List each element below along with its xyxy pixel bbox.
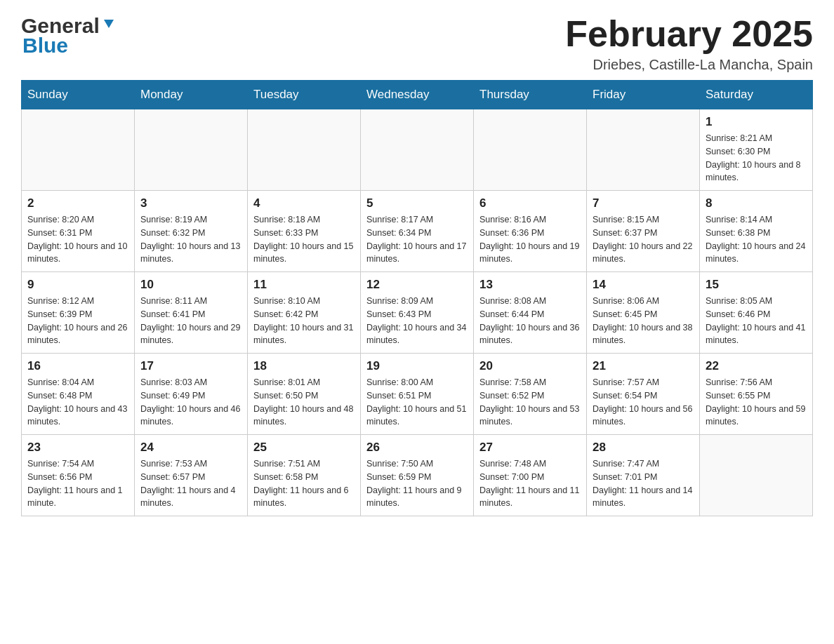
calendar-cell: 20Sunrise: 7:58 AM Sunset: 6:52 PM Dayli… (474, 354, 587, 435)
calendar-week-row: 16Sunrise: 8:04 AM Sunset: 6:48 PM Dayli… (22, 354, 813, 435)
day-number: 14 (593, 278, 694, 292)
day-info: Sunrise: 7:51 AM Sunset: 6:58 PM Dayligh… (253, 457, 355, 510)
calendar-cell: 25Sunrise: 7:51 AM Sunset: 6:58 PM Dayli… (248, 435, 361, 516)
day-number: 20 (479, 359, 581, 373)
day-number: 24 (140, 441, 241, 455)
day-info: Sunrise: 7:47 AM Sunset: 7:01 PM Dayligh… (593, 457, 694, 510)
day-number: 5 (366, 196, 468, 210)
day-number: 18 (253, 359, 355, 373)
calendar-cell: 10Sunrise: 8:11 AM Sunset: 6:41 PM Dayli… (135, 272, 248, 354)
day-info: Sunrise: 8:14 AM Sunset: 6:38 PM Dayligh… (706, 213, 807, 266)
calendar-cell: 9Sunrise: 8:12 AM Sunset: 6:39 PM Daylig… (22, 272, 135, 354)
calendar-cell: 12Sunrise: 8:09 AM Sunset: 6:43 PM Dayli… (361, 272, 474, 354)
day-info: Sunrise: 8:15 AM Sunset: 6:37 PM Dayligh… (593, 213, 694, 266)
calendar-cell (587, 109, 700, 191)
calendar-cell: 2Sunrise: 8:20 AM Sunset: 6:31 PM Daylig… (22, 191, 135, 272)
calendar-cell: 7Sunrise: 8:15 AM Sunset: 6:37 PM Daylig… (587, 191, 700, 272)
day-info: Sunrise: 8:05 AM Sunset: 6:46 PM Dayligh… (706, 295, 807, 347)
day-number: 25 (253, 441, 355, 455)
calendar-header-row: SundayMondayTuesdayWednesdayThursdayFrid… (22, 81, 813, 109)
day-info: Sunrise: 8:06 AM Sunset: 6:45 PM Dayligh… (593, 295, 694, 347)
day-number: 3 (140, 196, 241, 210)
weekday-header-friday: Friday (587, 81, 700, 109)
logo-arrow-icon (101, 17, 117, 32)
day-info: Sunrise: 8:08 AM Sunset: 6:44 PM Dayligh… (479, 295, 581, 347)
day-info: Sunrise: 8:03 AM Sunset: 6:49 PM Dayligh… (140, 376, 241, 429)
day-number: 7 (593, 196, 694, 210)
calendar-week-row: 2Sunrise: 8:20 AM Sunset: 6:31 PM Daylig… (22, 191, 813, 272)
day-number: 8 (706, 196, 807, 210)
calendar-cell: 13Sunrise: 8:08 AM Sunset: 6:44 PM Dayli… (474, 272, 587, 354)
day-number: 2 (27, 196, 128, 210)
day-info: Sunrise: 7:56 AM Sunset: 6:55 PM Dayligh… (706, 376, 807, 429)
day-number: 10 (140, 278, 241, 292)
calendar-cell: 19Sunrise: 8:00 AM Sunset: 6:51 PM Dayli… (361, 354, 474, 435)
day-number: 22 (706, 359, 807, 373)
calendar-cell: 22Sunrise: 7:56 AM Sunset: 6:55 PM Dayli… (700, 354, 813, 435)
calendar-cell: 6Sunrise: 8:16 AM Sunset: 6:36 PM Daylig… (474, 191, 587, 272)
day-number: 26 (366, 441, 468, 455)
day-info: Sunrise: 8:17 AM Sunset: 6:34 PM Dayligh… (366, 213, 468, 266)
weekday-header-wednesday: Wednesday (361, 81, 474, 109)
calendar-cell (135, 109, 248, 191)
day-info: Sunrise: 8:21 AM Sunset: 6:30 PM Dayligh… (706, 132, 807, 185)
day-info: Sunrise: 8:12 AM Sunset: 6:39 PM Dayligh… (27, 295, 128, 347)
calendar-cell: 8Sunrise: 8:14 AM Sunset: 6:38 PM Daylig… (700, 191, 813, 272)
page-header: General Blue February 2025 Driebes, Cast… (21, 14, 813, 73)
calendar-cell: 1Sunrise: 8:21 AM Sunset: 6:30 PM Daylig… (700, 109, 813, 191)
weekday-header-thursday: Thursday (474, 81, 587, 109)
weekday-header-tuesday: Tuesday (248, 81, 361, 109)
day-info: Sunrise: 8:16 AM Sunset: 6:36 PM Dayligh… (479, 213, 581, 266)
calendar-cell: 26Sunrise: 7:50 AM Sunset: 6:59 PM Dayli… (361, 435, 474, 516)
day-info: Sunrise: 7:58 AM Sunset: 6:52 PM Dayligh… (479, 376, 581, 429)
calendar-cell (22, 109, 135, 191)
calendar-cell: 5Sunrise: 8:17 AM Sunset: 6:34 PM Daylig… (361, 191, 474, 272)
day-number: 9 (27, 278, 128, 292)
day-info: Sunrise: 8:10 AM Sunset: 6:42 PM Dayligh… (253, 295, 355, 347)
svg-marker-0 (104, 20, 114, 28)
day-number: 12 (366, 278, 468, 292)
calendar-cell: 15Sunrise: 8:05 AM Sunset: 6:46 PM Dayli… (700, 272, 813, 354)
day-info: Sunrise: 8:00 AM Sunset: 6:51 PM Dayligh… (366, 376, 468, 429)
calendar-cell: 18Sunrise: 8:01 AM Sunset: 6:50 PM Dayli… (248, 354, 361, 435)
day-info: Sunrise: 8:19 AM Sunset: 6:32 PM Dayligh… (140, 213, 241, 266)
calendar-cell: 28Sunrise: 7:47 AM Sunset: 7:01 PM Dayli… (587, 435, 700, 516)
day-number: 28 (593, 441, 694, 455)
calendar-cell: 17Sunrise: 8:03 AM Sunset: 6:49 PM Dayli… (135, 354, 248, 435)
day-number: 17 (140, 359, 241, 373)
day-info: Sunrise: 7:53 AM Sunset: 6:57 PM Dayligh… (140, 457, 241, 510)
day-number: 4 (253, 196, 355, 210)
calendar-cell (361, 109, 474, 191)
day-info: Sunrise: 7:50 AM Sunset: 6:59 PM Dayligh… (366, 457, 468, 510)
day-info: Sunrise: 7:57 AM Sunset: 6:54 PM Dayligh… (593, 376, 694, 429)
day-info: Sunrise: 8:20 AM Sunset: 6:31 PM Dayligh… (27, 213, 128, 266)
day-info: Sunrise: 8:04 AM Sunset: 6:48 PM Dayligh… (27, 376, 128, 429)
month-title: February 2025 (565, 14, 813, 54)
location-text: Driebes, Castille-La Mancha, Spain (565, 57, 813, 73)
calendar-cell: 14Sunrise: 8:06 AM Sunset: 6:45 PM Dayli… (587, 272, 700, 354)
title-section: February 2025 Driebes, Castille-La Manch… (565, 14, 813, 73)
day-info: Sunrise: 8:01 AM Sunset: 6:50 PM Dayligh… (253, 376, 355, 429)
calendar-cell: 21Sunrise: 7:57 AM Sunset: 6:54 PM Dayli… (587, 354, 700, 435)
day-number: 19 (366, 359, 468, 373)
day-number: 16 (27, 359, 128, 373)
calendar-table: SundayMondayTuesdayWednesdayThursdayFrid… (21, 80, 813, 516)
day-number: 23 (27, 441, 128, 455)
day-info: Sunrise: 8:09 AM Sunset: 6:43 PM Dayligh… (366, 295, 468, 347)
calendar-cell: 24Sunrise: 7:53 AM Sunset: 6:57 PM Dayli… (135, 435, 248, 516)
day-number: 13 (479, 278, 581, 292)
weekday-header-sunday: Sunday (22, 81, 135, 109)
day-number: 15 (706, 278, 807, 292)
calendar-cell (248, 109, 361, 191)
calendar-cell: 4Sunrise: 8:18 AM Sunset: 6:33 PM Daylig… (248, 191, 361, 272)
day-info: Sunrise: 7:54 AM Sunset: 6:56 PM Dayligh… (27, 457, 128, 510)
day-number: 1 (706, 115, 807, 129)
day-number: 11 (253, 278, 355, 292)
calendar-cell: 3Sunrise: 8:19 AM Sunset: 6:32 PM Daylig… (135, 191, 248, 272)
day-number: 21 (593, 359, 694, 373)
calendar-cell (474, 109, 587, 191)
calendar-week-row: 23Sunrise: 7:54 AM Sunset: 6:56 PM Dayli… (22, 435, 813, 516)
logo-blue-text: Blue (22, 34, 68, 58)
day-info: Sunrise: 8:11 AM Sunset: 6:41 PM Dayligh… (140, 295, 241, 347)
calendar-cell: 16Sunrise: 8:04 AM Sunset: 6:48 PM Dayli… (22, 354, 135, 435)
